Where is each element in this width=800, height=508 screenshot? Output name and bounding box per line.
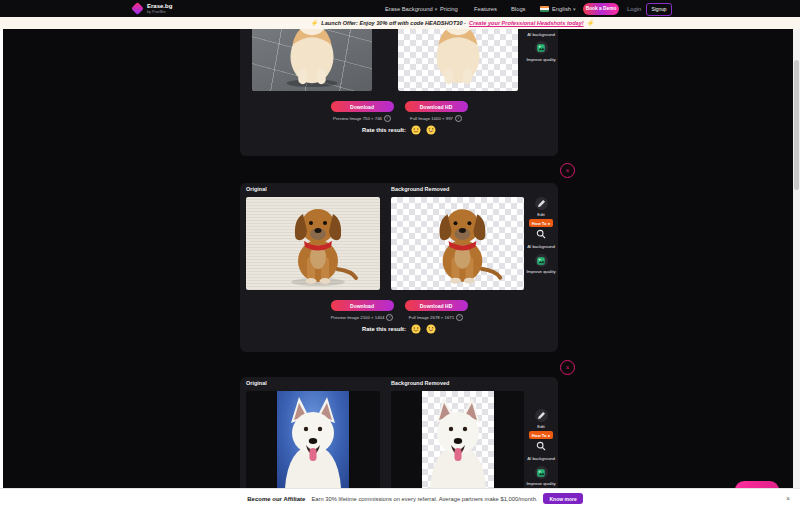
improve-quality-label: Improve quality (524, 57, 558, 62)
white-dog-photo (277, 391, 349, 488)
improve-quality-button[interactable] (535, 41, 548, 54)
edit-label: Edit (537, 424, 544, 429)
improve-quality-button[interactable] (535, 466, 548, 479)
improve-quality-icon (536, 43, 546, 53)
nav-erase-background-label: Erase Background (385, 6, 433, 12)
preview-dimensions-text: Preview Image 2100 × 1404 (331, 315, 385, 320)
preview-image-dimensions: Preview Image 2100 × 1404i (331, 314, 394, 321)
affiliate-text: Earn 30% lifetime commissions on every r… (311, 496, 537, 502)
pencil-icon (537, 411, 546, 420)
play-icon: ▸ (548, 221, 550, 226)
full-image-dimensions: Full Image 1000 × 997i (410, 115, 462, 122)
play-icon: ▸ (548, 433, 550, 438)
result-card-1: AI background Improve quality Download P… (240, 29, 558, 156)
affiliate-title: Become our Affiliate (247, 496, 305, 502)
language-label: English (552, 6, 571, 12)
ai-background-button[interactable]: AI background (524, 32, 558, 37)
headshots-offer-link[interactable]: Create your Professional Headshots today… (469, 20, 584, 26)
close-icon: × (565, 364, 569, 371)
tool-panel: Edit How To ▸ AI background (524, 197, 558, 274)
full-dimensions-text: Full Image 2678 × 1671 (409, 315, 454, 320)
how-to-button[interactable]: How To ▸ (529, 219, 553, 227)
improve-quality-label: Improve quality (526, 269, 555, 274)
nav-blogs[interactable]: Blogs (511, 6, 526, 12)
info-icon[interactable]: i (384, 115, 391, 122)
rate-result-label: Rate this result: (362, 127, 406, 133)
nav-pricing[interactable]: Pricing (440, 6, 458, 12)
puppy-photo (246, 197, 380, 290)
info-icon[interactable]: i (386, 314, 393, 321)
nav-features[interactable]: Features (474, 6, 497, 12)
remove-result-button[interactable]: × (560, 163, 575, 178)
offer-text: Launch Offer: Enjoy 30% off with code HE… (321, 20, 466, 26)
cream-dog-photo (252, 29, 372, 91)
book-a-demo-button[interactable]: Book a Demo (583, 3, 619, 15)
result-card-2: Original Background Removed (240, 183, 558, 352)
signup-button[interactable]: Signup (646, 3, 672, 16)
improve-quality-icon (536, 468, 546, 478)
edit-button[interactable] (535, 197, 548, 210)
original-image (246, 197, 380, 290)
magnifier-icon[interactable] (536, 229, 546, 239)
download-button[interactable]: Download (331, 101, 394, 112)
original-image (252, 29, 372, 91)
know-more-button[interactable]: Know more (543, 493, 582, 504)
full-dimensions-text: Full Image 1000 × 997 (410, 116, 453, 121)
pencil-icon (537, 199, 546, 208)
edit-button[interactable] (535, 409, 548, 422)
remove-result-button[interactable]: × (560, 360, 575, 375)
results-area: AI background Improve quality Download P… (3, 29, 793, 508)
ai-background-button[interactable]: AI background (527, 456, 555, 461)
info-icon[interactable]: i (455, 115, 462, 122)
slightly-smiling-face-icon[interactable] (411, 324, 421, 334)
background-removed-label: Background Removed (391, 186, 449, 192)
chevron-down-icon: ▾ (573, 6, 576, 12)
original-label: Original (246, 380, 267, 386)
logo-title: Erase.bg (147, 3, 172, 9)
language-flag-icon (540, 6, 549, 12)
how-to-label: How To (532, 433, 547, 438)
ai-background-button[interactable]: AI background (527, 244, 555, 249)
puppy-cutout (391, 197, 524, 290)
language-selector[interactable]: English▾ (552, 6, 576, 12)
preview-dimensions-text: Preview Image 750 × 746 (333, 116, 382, 121)
full-image-dimensions: Full Image 2678 × 1671i (409, 314, 463, 321)
banner-close-icon[interactable]: × (786, 495, 790, 502)
rate-result-label: Rate this result: (362, 326, 406, 332)
improve-quality-button[interactable] (535, 254, 548, 267)
tool-panel: AI background Improve quality (524, 32, 558, 62)
login-link[interactable]: Login (627, 6, 641, 12)
background-removed-image (391, 391, 524, 488)
download-hd-button[interactable]: Download HD (405, 101, 468, 112)
background-removed-image (398, 29, 518, 91)
cream-dog-cutout (398, 29, 518, 91)
slightly-smiling-face-icon[interactable] (411, 125, 421, 135)
download-hd-button[interactable]: Download HD (405, 300, 468, 311)
preview-image-dimensions: Preview Image 750 × 746i (333, 115, 391, 122)
original-image (246, 391, 380, 488)
how-to-button[interactable]: How To ▸ (529, 431, 553, 439)
affiliate-banner: Become our Affiliate Earn 30% lifetime c… (0, 488, 800, 508)
grinning-face-icon[interactable] (426, 324, 436, 334)
lightning-icon: ⚡ (587, 20, 595, 26)
nav-erase-background[interactable]: Erase Background▾ (385, 6, 437, 12)
edit-label: Edit (537, 212, 544, 217)
erasebg-logo-icon (131, 2, 144, 15)
close-icon: × (565, 167, 569, 174)
magnifier-icon[interactable] (536, 441, 546, 451)
tool-panel: Edit How To ▸ AI background (524, 409, 558, 486)
download-button[interactable]: Download (331, 300, 394, 311)
chevron-down-icon: ▾ (435, 6, 438, 12)
original-label: Original (246, 186, 267, 192)
launch-offer-banner: ⚡ Launch Offer: Enjoy 30% off with code … (0, 17, 800, 29)
scrollbar-thumb[interactable] (794, 60, 799, 190)
improve-quality-label: Improve quality (526, 481, 555, 486)
improve-quality-icon (536, 256, 546, 266)
top-navbar: Erase.bg by PixelBin Erase Background▾ P… (0, 0, 800, 17)
info-icon[interactable]: i (456, 314, 463, 321)
grinning-face-icon[interactable] (426, 125, 436, 135)
lightning-icon: ⚡ (311, 20, 319, 26)
white-dog-cutout (422, 391, 494, 488)
page: Erase.bg by PixelBin Erase Background▾ P… (0, 0, 800, 508)
logo-subtitle: by PixelBin (147, 10, 166, 14)
